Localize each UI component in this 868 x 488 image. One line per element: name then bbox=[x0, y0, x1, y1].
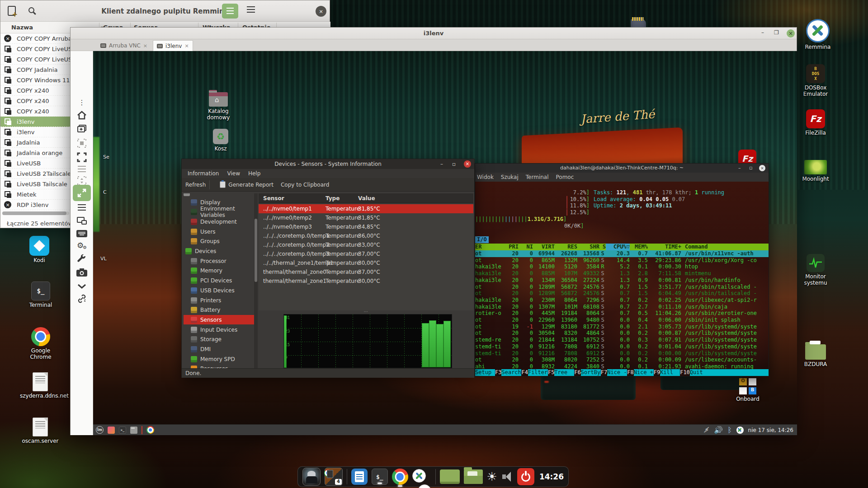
plug-disconnected-icon[interactable]: ⚡̸ bbox=[704, 426, 709, 434]
tree-item-dmi[interactable]: DMI bbox=[184, 345, 254, 354]
volume-icon[interactable]: 🔊 bbox=[714, 426, 723, 434]
remote-desktop-icon-kosz[interactable]: ♻Kosz bbox=[200, 129, 241, 152]
scale-mode-icon[interactable] bbox=[73, 137, 91, 150]
folder-green-icon[interactable] bbox=[464, 469, 483, 484]
menu-szukaj[interactable]: Szukaj bbox=[501, 174, 519, 180]
remmina-tray-icon[interactable] bbox=[736, 427, 744, 434]
copy-to-clipboard-button[interactable]: Copy to Clipboard bbox=[281, 182, 329, 188]
host-desktop-icon-bzdura[interactable]: BZDURA bbox=[795, 344, 836, 367]
tree-item-clipped[interactable] bbox=[184, 193, 254, 197]
table-header-type[interactable]: Type bbox=[326, 195, 340, 202]
host-desktop-icon-google-chrome[interactable]: Google Chrome bbox=[20, 327, 61, 360]
menu-terminal[interactable]: Terminal bbox=[526, 174, 549, 180]
resize-window-icon[interactable] bbox=[73, 185, 91, 201]
display-green-icon[interactable] bbox=[440, 469, 460, 484]
htop-header[interactable]: ERPRINIVIRTRESSHRSCPU%▽MEM%TIME+Command bbox=[475, 244, 769, 250]
tab-close-icon[interactable]: × bbox=[143, 43, 147, 49]
power-icon[interactable] bbox=[517, 468, 534, 485]
minimize-icon[interactable]: – bbox=[440, 161, 443, 167]
terminal-icon[interactable]: >_ bbox=[119, 427, 126, 434]
sensor-row[interactable]: thermal/thermal_zone1Temperature30,00°C bbox=[259, 277, 473, 286]
menu-help[interactable]: Help bbox=[248, 170, 260, 177]
sensor-row[interactable]: ../../nvme0/temp2Temperature31,85°C bbox=[259, 213, 473, 222]
tree-item-processor[interactable]: Processor bbox=[184, 256, 254, 266]
sensor-row[interactable]: ../../../coretemp.0/temp2Temperature33,0… bbox=[259, 240, 473, 249]
host-desktop-icon-kodi[interactable]: Kodi bbox=[19, 236, 60, 263]
viewer-titlebar[interactable]: i3lenv – ❐ × bbox=[71, 28, 797, 39]
close-icon[interactable]: × bbox=[759, 165, 765, 171]
refresh-button[interactable]: Refresh bbox=[185, 182, 206, 188]
terminal-titlebar[interactable]: dahakai3len@dahakai3len-ThinkCentre-M710… bbox=[475, 164, 769, 173]
kebab-dots-icon[interactable]: ⋮ bbox=[73, 96, 91, 109]
mint-menu-icon[interactable]: lm bbox=[96, 426, 104, 434]
host-desktop-icon-remmina[interactable]: Remmina bbox=[797, 19, 838, 50]
restore-icon[interactable]: ❐ bbox=[774, 29, 782, 38]
active-indicator[interactable] bbox=[142, 426, 142, 434]
chrome-icon[interactable] bbox=[392, 469, 408, 485]
new-tab-icon[interactable] bbox=[73, 122, 91, 135]
sensor-row[interactable]: ../../nvme0/temp1Temperature31,85°C bbox=[259, 204, 473, 213]
host-desktop-icon-moonlight[interactable]: Moonlight bbox=[795, 160, 836, 182]
process-row[interactable]: hakai3le2001307M101M68108S0.72.70:11.10/… bbox=[475, 304, 769, 310]
hardinfo-titlebar[interactable]: Devices - Sensors - System Information –… bbox=[182, 159, 474, 169]
remmina-stack-icon[interactable] bbox=[412, 468, 431, 485]
table-header-sensor[interactable]: Sensor bbox=[263, 195, 284, 202]
tree-item-printers[interactable]: Printers bbox=[184, 296, 254, 305]
menu-icon[interactable] bbox=[73, 201, 91, 214]
minimize-icon[interactable]: – bbox=[738, 165, 741, 171]
process-row[interactable]: stemd-ti2009121678086912S0.00.20:00.00/u… bbox=[475, 350, 769, 357]
tree-item-users[interactable]: Users bbox=[184, 227, 254, 236]
host-desktop-icon-oscam-server[interactable]: oscam.server bbox=[20, 418, 61, 444]
sensor-row[interactable]: thermal/thermal_zone0Temperature37,00°C bbox=[259, 267, 473, 277]
tree-item-environment-variables[interactable]: Environment Variables bbox=[184, 207, 254, 217]
view-toggle-button[interactable] bbox=[222, 4, 238, 19]
tab-close-icon[interactable]: × bbox=[184, 43, 189, 49]
minimize-icon[interactable]: – bbox=[761, 29, 769, 38]
fullscreen-icon[interactable] bbox=[73, 151, 91, 164]
tree-item-groups[interactable]: Groups bbox=[184, 237, 254, 246]
tree-item-sensors[interactable]: Sensors bbox=[184, 315, 254, 324]
process-row[interactable]: ot20022960139609480S0.00.40:06.00/sbin/i… bbox=[475, 317, 769, 324]
remote-clock[interactable]: nie 17 sie, 14:26 bbox=[748, 427, 793, 433]
process-row[interactable]: hakai3le200885M107M49332S1.32.87:11.58mi… bbox=[475, 270, 769, 277]
xed-icon[interactable] bbox=[351, 469, 368, 485]
sensor-row[interactable]: ../../../coretemp.0/temp3Temperature37,0… bbox=[259, 249, 473, 258]
menu-pomoc[interactable]: Pomoc bbox=[556, 174, 574, 180]
keyboard-icon[interactable] bbox=[73, 227, 91, 240]
terminal-icon[interactable]: $_ bbox=[372, 469, 388, 485]
function-key-bar[interactable]: SetupF3SearchF4FilterF5Tree F6SortByF7Ni… bbox=[475, 369, 769, 376]
volume-icon[interactable] bbox=[501, 471, 513, 483]
process-row[interactable]: hakai3le200134M3650427224S1.30.90:00.81/… bbox=[475, 277, 769, 284]
tree-item-devices[interactable]: Devices bbox=[184, 247, 254, 256]
tree-item-battery[interactable]: Battery bbox=[184, 305, 254, 315]
collapse-icon[interactable] bbox=[73, 280, 91, 293]
remote-desktop-icon-onboard[interactable]: OBOnboard bbox=[727, 378, 768, 402]
bluetooth-icon[interactable]: ᛒ bbox=[727, 426, 732, 434]
remmina-titlebar[interactable]: Klient zdalnego pulpitu Remmina × bbox=[0, 0, 330, 22]
disconnect-icon[interactable] bbox=[73, 292, 91, 305]
tree-item-input-devices[interactable]: Input Devices bbox=[184, 325, 254, 334]
sensor-row[interactable]: ../../../coretemp.0/temp1Temperature36,0… bbox=[259, 231, 473, 240]
process-row[interactable]: ot19-1129M8318081772S0.02.13:05.73/usr/l… bbox=[475, 324, 769, 330]
host-desktop-icon-filezilla[interactable]: FzFileZilla bbox=[795, 109, 836, 136]
process-row[interactable]: ot200699442626813568S20.30.741:06.87/usr… bbox=[475, 250, 769, 257]
menu-gray-icon[interactable] bbox=[73, 163, 91, 175]
process-row[interactable]: ot2003050483204864S0.00.20:00.87/usr/lib… bbox=[475, 330, 769, 337]
window-group-icon[interactable]: 4 bbox=[325, 468, 343, 486]
screenshot-icon[interactable] bbox=[73, 266, 91, 279]
horizontal-scrollbar[interactable] bbox=[2, 211, 69, 215]
sensor-row[interactable]: ../../thermal_zone1/temp1Temperature30,0… bbox=[259, 258, 473, 267]
multi-monitor-icon[interactable] bbox=[73, 215, 91, 227]
tree-scrollbar[interactable] bbox=[254, 193, 258, 371]
menu-widok[interactable]: Widok bbox=[477, 174, 494, 180]
file-manager-icon[interactable] bbox=[130, 427, 137, 434]
tab-i3lenv[interactable]: i3lenv× bbox=[153, 40, 193, 51]
maximize-icon[interactable]: ▫ bbox=[452, 161, 456, 167]
maximize-icon[interactable]: ▫ bbox=[749, 165, 752, 171]
pane-splitter[interactable]: ⋯ bbox=[259, 310, 473, 314]
app-pink-icon[interactable] bbox=[108, 427, 115, 434]
tree-item-usb-devices[interactable]: USB Devices bbox=[184, 286, 254, 295]
process-row[interactable]: ot2001289M5687224576S0.71.53:51.77/usr/s… bbox=[475, 284, 769, 291]
process-row[interactable]: rotier-o200445M191848064S0.70.511:04.26/… bbox=[475, 310, 769, 317]
home-icon[interactable] bbox=[73, 109, 91, 122]
